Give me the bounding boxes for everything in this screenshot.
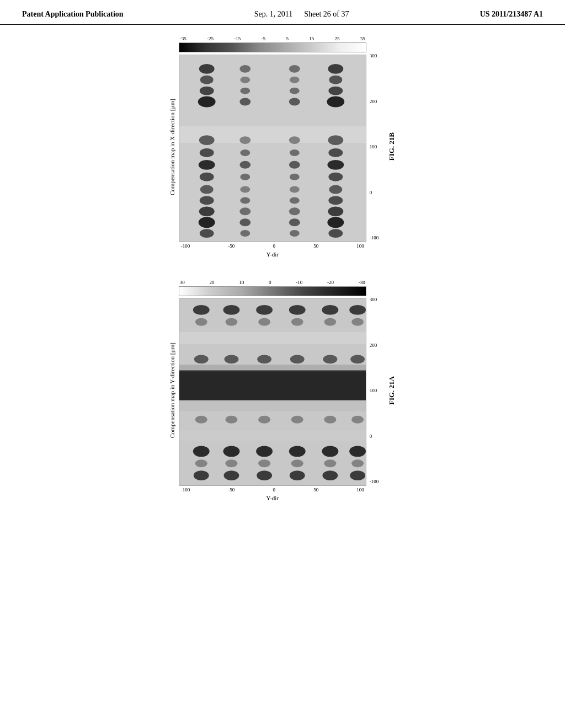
svg-point-57	[256, 305, 273, 315]
svg-point-16	[327, 97, 344, 108]
svg-point-12	[328, 87, 343, 95]
svg-point-41	[328, 196, 343, 205]
svg-point-35	[240, 186, 250, 193]
svg-point-48	[289, 218, 300, 226]
colorbar-gradient-21b	[179, 42, 366, 52]
svg-point-91	[225, 459, 237, 467]
header-left-text: Patent Application Publication	[22, 10, 124, 19]
y-axis-label-21b: Compensation map in X-direction [µm]	[169, 99, 175, 195]
chart-wrapper-21b: Compensation map in X-direction [µm] -35…	[169, 36, 397, 258]
svg-point-77	[195, 416, 207, 424]
chart-area-21a: 30 20 10 0 -10 -20 -30	[179, 280, 366, 501]
heatmap-svg-21a	[179, 299, 366, 485]
heatmap-21b	[179, 55, 366, 242]
svg-point-9	[200, 87, 214, 95]
svg-point-38	[200, 196, 214, 205]
svg-point-60	[349, 305, 366, 315]
svg-point-79	[258, 416, 270, 424]
svg-point-50	[200, 229, 214, 238]
svg-point-53	[328, 229, 343, 238]
svg-point-101	[350, 470, 365, 480]
svg-point-5	[200, 76, 214, 84]
heatmap-21a	[179, 298, 366, 486]
header-date: Sep. 1, 2011 Sheet 26 of 37	[254, 10, 349, 19]
svg-rect-67	[179, 332, 366, 344]
figure-21b-container: Compensation map in X-direction [µm] -35…	[22, 36, 543, 258]
svg-point-80	[291, 416, 303, 424]
sheet-info: Sheet 26 of 37	[304, 10, 349, 18]
svg-point-86	[256, 446, 273, 457]
svg-point-18	[199, 135, 215, 145]
x-axis-title-21a: Y-dir	[266, 495, 279, 501]
svg-point-73	[323, 355, 337, 363]
svg-point-58	[289, 305, 306, 315]
svg-point-36	[290, 186, 300, 193]
svg-point-19	[239, 136, 250, 144]
svg-point-52	[290, 230, 300, 237]
svg-point-82	[351, 416, 364, 424]
svg-point-98	[257, 470, 272, 480]
svg-point-14	[239, 98, 250, 106]
svg-point-20	[289, 136, 300, 144]
svg-point-1	[199, 64, 215, 74]
svg-rect-68	[179, 370, 366, 400]
svg-point-49	[327, 217, 344, 228]
svg-point-46	[199, 217, 215, 228]
svg-point-29	[327, 160, 344, 170]
svg-point-13	[198, 97, 216, 108]
svg-point-81	[324, 416, 336, 424]
fig-label-21b: FIG. 21B	[387, 132, 396, 160]
x-axis-labels-21a: -100 -50 0 50 100	[179, 487, 366, 493]
svg-point-23	[240, 149, 250, 156]
svg-point-10	[240, 88, 250, 94]
svg-point-96	[194, 470, 209, 480]
svg-point-70	[224, 355, 238, 363]
svg-point-32	[290, 174, 300, 180]
colorbar-21a: 30 20 10 0 -10 -20 -30	[179, 280, 366, 296]
x-axis-labels-21b: -100 -50 0 50 100	[179, 243, 366, 249]
colorbar-labels-21a: 30 20 10 0 -10 -20 -30	[179, 280, 366, 285]
chart-wrapper-21a: Compensation map in Y-direction [µm] 30 …	[169, 280, 397, 501]
svg-point-40	[290, 197, 300, 204]
svg-point-25	[328, 148, 343, 157]
svg-point-93	[291, 459, 303, 467]
figure-21a-container: Compensation map in Y-direction [µm] 30 …	[22, 280, 543, 501]
svg-point-92	[258, 459, 270, 467]
y-axis-label-21a: Compensation map in Y-direction [µm]	[169, 342, 175, 438]
svg-point-72	[290, 355, 305, 363]
svg-point-33	[328, 173, 343, 181]
svg-point-88	[322, 446, 338, 457]
svg-point-8	[329, 76, 342, 84]
svg-point-44	[289, 207, 300, 215]
svg-point-2	[239, 65, 250, 73]
svg-point-97	[223, 470, 239, 480]
svg-point-94	[324, 459, 336, 467]
svg-point-42	[199, 206, 215, 216]
svg-point-62	[225, 318, 237, 326]
chart-area-21b: -35 -25 -15 -5 5 15 25 35	[179, 36, 366, 258]
svg-point-99	[290, 470, 305, 480]
svg-point-64	[291, 318, 303, 326]
svg-point-55	[193, 305, 210, 315]
svg-point-45	[328, 206, 343, 216]
svg-point-34	[200, 185, 214, 194]
svg-point-87	[289, 446, 306, 457]
svg-point-61	[195, 318, 207, 326]
svg-point-63	[258, 318, 270, 326]
heatmap-svg-21b	[179, 55, 366, 242]
svg-point-37	[329, 185, 342, 194]
svg-point-90	[195, 459, 207, 467]
colorbar-labels-21b: -35 -25 -15 -5 5 15 25 35	[179, 36, 366, 41]
svg-point-85	[223, 446, 239, 457]
svg-point-51	[240, 230, 250, 237]
svg-point-27	[239, 161, 250, 169]
svg-point-28	[289, 161, 300, 169]
svg-point-4	[328, 64, 343, 74]
svg-point-66	[351, 318, 364, 326]
svg-rect-75	[179, 365, 366, 371]
main-content: Compensation map in X-direction [µm] -35…	[0, 25, 565, 512]
svg-point-100	[322, 470, 338, 480]
svg-point-74	[350, 355, 365, 363]
svg-point-47	[239, 218, 250, 226]
svg-point-69	[194, 355, 209, 363]
